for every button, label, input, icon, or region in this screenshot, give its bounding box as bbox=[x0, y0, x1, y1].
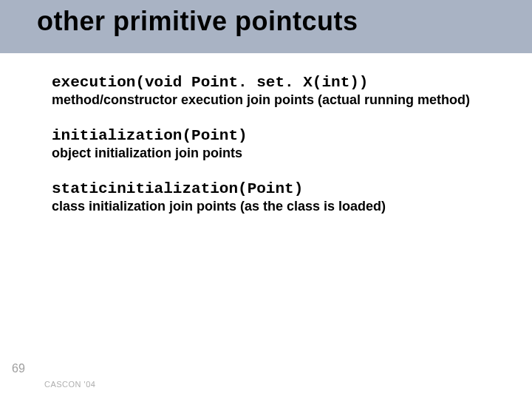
footer-text: CASCON '04 bbox=[44, 380, 95, 389]
pointcut-item: execution(void Point. set. X(int)) metho… bbox=[52, 74, 502, 108]
pointcut-item: staticinitialization(Point) class initia… bbox=[52, 180, 502, 214]
pointcut-code: initialization(Point) bbox=[52, 127, 502, 144]
slide: other primitive pointcuts execution(void… bbox=[0, 0, 532, 399]
pointcut-desc: method/constructor execution join points… bbox=[52, 92, 502, 108]
content-area: execution(void Point. set. X(int)) metho… bbox=[52, 74, 502, 233]
pointcut-code: execution(void Point. set. X(int)) bbox=[52, 74, 502, 91]
slide-title: other primitive pointcuts bbox=[37, 6, 358, 37]
page-number: 69 bbox=[12, 362, 25, 375]
pointcut-item: initialization(Point) object initializat… bbox=[52, 127, 502, 161]
pointcut-desc: class initialization join points (as the… bbox=[52, 199, 502, 214]
pointcut-code: staticinitialization(Point) bbox=[52, 180, 502, 197]
pointcut-desc: object initialization join points bbox=[52, 146, 502, 161]
